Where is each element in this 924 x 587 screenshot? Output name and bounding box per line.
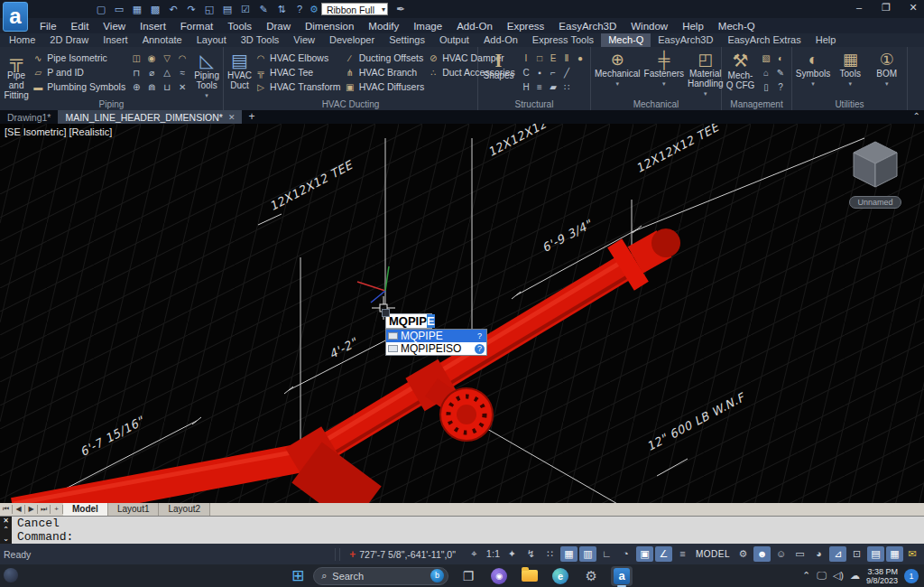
piping-item[interactable]: ∿ Pipe Isometric <box>32 51 125 64</box>
status-toggle-icon[interactable]: ▥ <box>579 546 596 562</box>
ribbon-tab[interactable]: Add-On <box>476 33 525 47</box>
qat-icon[interactable]: ↷ <box>185 4 198 15</box>
tray-display-icon[interactable]: 🖵 <box>817 570 827 582</box>
model-space-toggle[interactable]: MODEL <box>692 549 734 559</box>
structural-shape-icon[interactable]: □ <box>532 51 547 65</box>
piping-item[interactable]: ▱ P and ID <box>32 66 125 79</box>
menu-item[interactable]: Dimension <box>298 21 361 32</box>
layout-nav-button[interactable]: ◀ <box>13 505 25 514</box>
structural-shape-icon[interactable]: H <box>519 80 533 94</box>
status-toggle-icon[interactable]: ⌖ <box>466 546 483 562</box>
hvac-item[interactable]: ∕ Ducting Offsets <box>345 51 425 64</box>
piping-item[interactable]: ▬ Plumbing Symbols <box>32 80 125 93</box>
status-toggle-icon[interactable]: ▦ <box>886 546 903 562</box>
menu-item[interactable]: EasyArch3D <box>551 21 624 32</box>
viewport-controls-label[interactable]: [SE Isometric] [Realistic] <box>5 126 112 137</box>
management-tool-icon[interactable]: ▯ <box>759 80 773 94</box>
qat-icon[interactable]: ✎ <box>257 4 270 15</box>
layout-nav-button[interactable]: ⏮ <box>0 505 13 514</box>
piping-tools-button[interactable]: ◺ Piping Tools ▾ <box>194 50 219 100</box>
settings-app-button[interactable]: ⚙ <box>580 566 602 586</box>
structural-shape-icon[interactable]: ▰ <box>546 80 560 94</box>
ribbon-tab[interactable]: Output <box>432 33 476 47</box>
ribbon-tab[interactable]: Insert <box>96 33 135 47</box>
ucs-unnamed-button[interactable]: Unnamed <box>849 196 901 209</box>
layout-nav-button[interactable]: ▶ <box>25 505 38 514</box>
pipe-and-fitting-button[interactable]: ╦ Pipe and Fitting <box>4 50 29 100</box>
structural-shape-icon[interactable]: I <box>519 51 533 65</box>
ribbon-tab[interactable]: Layout <box>189 33 234 47</box>
status-toggle-icon[interactable]: ↯ <box>522 546 540 562</box>
layout-tab[interactable]: Layout1 <box>108 503 160 516</box>
structural-shape-icon[interactable]: ╱ <box>559 66 574 79</box>
ribbon-tab[interactable]: 3D Tools <box>234 33 287 47</box>
management-tool-icon[interactable]: ◐ <box>773 51 788 65</box>
hvac-item[interactable]: ▷ HVAC Transform <box>255 80 341 93</box>
status-toggle-icon[interactable]: ⊡ <box>848 546 865 562</box>
qat-icon[interactable]: ▭ <box>113 4 125 15</box>
structural-shape-icon[interactable]: C <box>519 66 533 79</box>
menu-item[interactable]: Modify <box>361 21 406 32</box>
qat-icon[interactable]: ⇅ <box>275 4 288 15</box>
menu-item[interactable]: Edit <box>64 21 97 32</box>
piping-symbol-icon[interactable]: ◠ <box>175 51 189 65</box>
ribbon-tab[interactable]: Settings <box>382 33 432 47</box>
qat-icon[interactable]: ▦ <box>131 4 143 15</box>
task-view-button[interactable]: ❐ <box>457 566 479 586</box>
qat-icon[interactable]: ☑ <box>239 4 252 15</box>
menu-item[interactable]: File <box>32 21 64 32</box>
qat-icon[interactable]: ▤ <box>221 4 234 15</box>
new-tab-button[interactable]: + <box>242 110 261 124</box>
status-toggle-icon[interactable]: ∠ <box>655 546 672 562</box>
mechanical-dropdown-button[interactable]: ╪ Fasteners ▾ <box>644 50 684 89</box>
window-control-button[interactable]: ❐ <box>881 2 892 14</box>
taskbar-clock[interactable]: 3:38 PM 9/8/2023 <box>866 567 898 585</box>
menu-item[interactable]: Draw <box>259 21 298 32</box>
qat-icon[interactable]: ◱ <box>203 4 216 15</box>
menu-item[interactable]: Tools <box>220 21 259 32</box>
app-logo[interactable]: a <box>3 2 28 32</box>
layout-nav-button[interactable]: + <box>51 505 63 514</box>
status-toggle-icon[interactable]: ∷ <box>541 546 559 562</box>
menu-item[interactable]: Express <box>500 21 552 32</box>
help-icon[interactable]: ? <box>475 331 485 340</box>
file-explorer-button[interactable] <box>519 566 541 586</box>
management-tool-icon[interactable]: ▧ <box>759 51 773 65</box>
tray-weather-icon[interactable]: ☁ <box>850 570 860 582</box>
mechanical-dropdown-button[interactable]: ⊕ Mechanical ▾ <box>595 50 641 89</box>
taskbar-search[interactable]: ⌕ Search b <box>313 567 448 585</box>
piping-symbol-icon[interactable]: ◉ <box>144 51 159 65</box>
utilities-dropdown-button[interactable]: ① BOM ▾ <box>871 50 904 89</box>
piping-symbol-icon[interactable]: ✕ <box>175 80 189 94</box>
document-tab-active[interactable]: MAIN_LINE_HEADER_DIMENSION* ✕ <box>58 110 242 124</box>
workspace-combo[interactable]: Ribbon Full <box>321 3 388 15</box>
status-toggle-icon[interactable]: ◕ <box>810 546 827 562</box>
piping-symbol-icon[interactable]: ◫ <box>129 51 143 65</box>
piping-symbol-icon[interactable]: ⊔ <box>160 80 174 94</box>
autocomplete-option[interactable]: MQPIPEISO ? <box>386 342 486 355</box>
hvac-item[interactable]: ▣ HVAC Diffusers <box>345 80 425 93</box>
layout-tab[interactable]: Model <box>63 503 108 516</box>
coordinates-readout[interactable]: 727'-7 5/8",-641'-11",0" <box>359 549 456 560</box>
qat-icon[interactable]: ▢ <box>95 4 107 15</box>
ribbon-tab[interactable]: Help <box>808 33 844 47</box>
tray-mail-icon[interactable]: ✉ <box>904 548 920 560</box>
layout-nav-button[interactable]: ⏭ <box>38 505 51 514</box>
menu-item[interactable]: View <box>96 21 133 32</box>
command-prompt[interactable]: Command: <box>17 530 924 544</box>
ribbon-tab[interactable]: EasyArch Extras <box>720 33 808 47</box>
menu-item[interactable]: Insert <box>133 21 173 32</box>
status-toggle-icon[interactable]: ▭ <box>791 546 808 562</box>
menu-item[interactable]: Help <box>675 21 711 32</box>
piping-symbol-icon[interactable]: ⊓ <box>129 66 143 79</box>
hvac-item[interactable]: ╦ HVAC Tee <box>255 66 341 79</box>
structural-shape-icon[interactable]: ● <box>573 51 587 65</box>
ribbon-tab[interactable]: EasyArch3D <box>651 33 720 47</box>
command-line-window[interactable]: ✕⌃⌄ Cancel Command: <box>0 516 924 544</box>
piping-symbol-icon[interactable]: ≈ <box>175 66 189 79</box>
structural-shape-icon[interactable]: ≡ <box>532 80 547 94</box>
notification-badge[interactable]: 1 <box>904 569 919 583</box>
status-toggle-icon[interactable]: 1:1 <box>485 546 502 562</box>
tray-chevron-icon[interactable]: ⌃ <box>802 570 810 582</box>
menu-item[interactable]: Mech-Q <box>711 21 762 32</box>
